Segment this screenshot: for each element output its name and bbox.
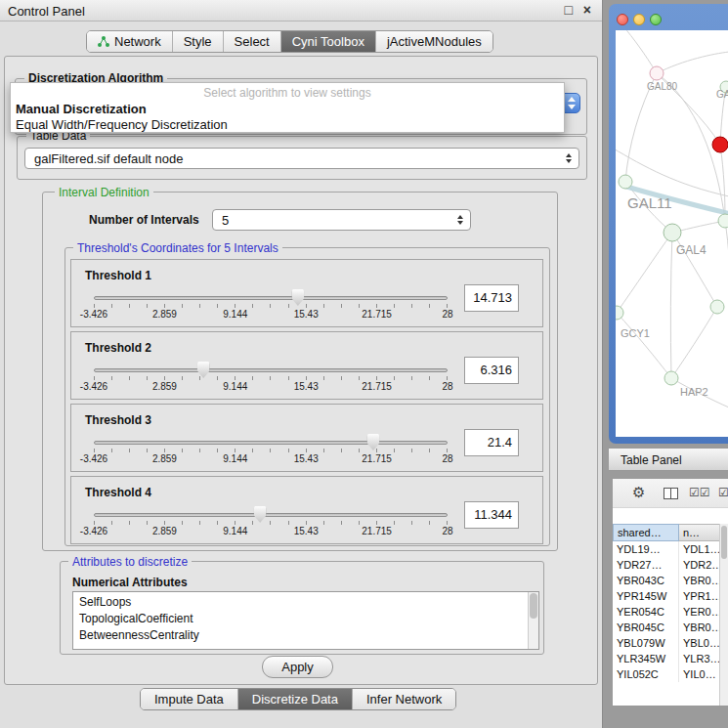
scale-label: 2.859: [152, 453, 177, 464]
control-panel: Control Panel □ × Network Style Select C…: [0, 0, 603, 728]
list-item[interactable]: SelfLoops: [73, 594, 538, 611]
network-node[interactable]: [718, 214, 728, 228]
scale-label: -3.426: [80, 526, 107, 536]
network-node[interactable]: [619, 175, 632, 189]
slider-track[interactable]: [94, 368, 448, 372]
scale-label: 15.43: [294, 526, 319, 536]
threshold-3-label: Threshold 3: [85, 413, 151, 427]
bottom-tabbar: Impute Data Discretize Data Infer Networ…: [140, 688, 456, 710]
scale-label: 28: [442, 381, 452, 392]
tab-select-label: Select: [235, 34, 270, 49]
list-item[interactable]: BetweennessCentrality: [73, 627, 538, 644]
threshold-1-label: Threshold 1: [85, 269, 151, 282]
table-row[interactable]: YBL079WYBL0…: [613, 635, 728, 651]
interval-definition-group: Interval Definition Number of Intervals …: [42, 192, 558, 551]
scrollbar-thumb[interactable]: [721, 526, 727, 559]
table-row[interactable]: YBR043CYBR0…: [613, 573, 728, 588]
table-panel-window: ⚙ ☑☑ ☑ shared… n… YDL19…YDL1… YDR27…YDR2…: [612, 478, 728, 707]
scale-label: 28: [442, 453, 452, 464]
numerical-attributes-list[interactable]: SelfLoops TopologicalCoefficient Between…: [72, 591, 539, 650]
attributes-group: Attributes to discretize Numerical Attri…: [60, 561, 544, 655]
tab-jactivemnodules[interactable]: jActiveMNodules: [375, 31, 492, 52]
network-icon: [98, 35, 109, 48]
threshold-2-value-field[interactable]: 6.316: [464, 357, 519, 384]
scale-label: 21.715: [362, 381, 392, 392]
threshold-panel-4: Threshold 4 -3.426 2.859 9.144 15.43 21.…: [70, 476, 543, 544]
cell-shared-name[interactable]: YIL052C: [613, 666, 679, 682]
cell-shared-name[interactable]: YER054C: [613, 604, 679, 620]
network-node[interactable]: [710, 300, 724, 314]
float-window-icon[interactable]: □: [565, 2, 573, 18]
tab-discretize-data[interactable]: Discretize Data: [237, 689, 352, 709]
apply-button[interactable]: Apply: [262, 656, 333, 678]
threshold-4-value-field[interactable]: 11.344: [464, 501, 519, 529]
attributes-scrollbar[interactable]: [528, 592, 538, 649]
number-of-intervals-select[interactable]: 5: [212, 209, 471, 231]
scale-label: -3.426: [80, 381, 107, 392]
cell-shared-name[interactable]: YLR345W: [613, 651, 679, 666]
menu-item-equal-width-frequency[interactable]: Equal Width/Frequency Discretization: [16, 117, 228, 132]
table-row[interactable]: YIL052CYIL0…: [613, 666, 728, 682]
cell-shared-name[interactable]: YBL079W: [613, 635, 679, 651]
tab-impute-data[interactable]: Impute Data: [141, 689, 237, 709]
scrollbar-thumb[interactable]: [530, 593, 537, 619]
threshold-1-value-field[interactable]: 14.713: [464, 284, 519, 312]
cell-shared-name[interactable]: YBR043C: [613, 573, 679, 588]
table-row[interactable]: YER054CYER0…: [613, 604, 728, 620]
list-item[interactable]: TopologicalCoefficient: [73, 611, 538, 627]
threshold-2-slider[interactable]: -3.426 2.859 9.144 15.43 21.715 28: [94, 360, 448, 399]
menu-item-manual-discretization[interactable]: Manual Discretization: [16, 102, 147, 116]
slider-track[interactable]: [94, 513, 448, 517]
network-node-selected[interactable]: [712, 137, 728, 152]
scale-label: 21.715: [362, 526, 392, 536]
threshold-4-slider[interactable]: -3.426 2.859 9.144 15.43 21.715 28: [94, 504, 448, 543]
node-label-gal80: GAL80: [647, 81, 677, 92]
slider-track[interactable]: [94, 441, 448, 445]
numerical-attributes-label: Numerical Attributes: [72, 576, 188, 589]
table-scrollbar[interactable]: [719, 524, 728, 706]
cell-shared-name[interactable]: YDR27…: [613, 557, 679, 573]
select-column-icon[interactable]: ☑: [718, 486, 728, 499]
slider-track[interactable]: [94, 296, 448, 300]
column-header-shared-name[interactable]: shared…: [613, 524, 679, 541]
tab-cyni-toolbox-label: Cyni Toolbox: [292, 34, 364, 49]
threshold-1-slider[interactable]: -3.426 2.859 9.144 15.43 21.715 28: [94, 287, 448, 326]
close-button[interactable]: [617, 14, 628, 25]
table-row[interactable]: YPR145WYPR1…: [613, 588, 728, 604]
slider-scale: -3.426 2.859 9.144 15.43 21.715 28: [94, 309, 448, 321]
tab-select[interactable]: Select: [223, 31, 280, 52]
slider-scale: -3.426 2.859 9.144 15.43 21.715 28: [94, 526, 448, 537]
zoom-button[interactable]: [650, 14, 662, 25]
table-row[interactable]: YBR045CYBR0…: [613, 620, 728, 635]
thresholds-group-label: Threshold's Coordinates for 5 Intervals: [73, 241, 282, 255]
table-row[interactable]: YDL19…YDL1…: [613, 541, 728, 557]
cell-shared-name[interactable]: YBR045C: [613, 620, 679, 635]
threshold-3-slider[interactable]: -3.426 2.859 9.144 15.43 21.715 28: [94, 432, 448, 471]
cyni-toolbox-panel: Discretization Algorithm Table Data galF…: [4, 56, 598, 685]
gear-icon[interactable]: ⚙: [632, 484, 645, 501]
node-label-hap2: HAP2: [680, 386, 708, 398]
network-node[interactable]: [664, 224, 681, 241]
table-row[interactable]: YDR27…YDR2…: [613, 557, 728, 573]
cell-shared-name[interactable]: YDL19…: [613, 541, 679, 557]
scale-label: -3.426: [80, 309, 107, 320]
network-node[interactable]: [664, 371, 678, 385]
network-node[interactable]: [650, 66, 664, 80]
scale-label: 15.43: [294, 453, 319, 464]
minimize-button[interactable]: [633, 14, 645, 25]
network-canvas[interactable]: GAL80 GAL11 GAL4 GCY1 HAP2 GA: [616, 30, 728, 437]
tab-infer-network[interactable]: Infer Network: [352, 689, 455, 709]
table-data-select[interactable]: galFiltered.sif default node: [24, 148, 579, 169]
select-all-columns-icon[interactable]: ☑☑: [689, 486, 710, 499]
network-node[interactable]: [616, 306, 623, 320]
table-row[interactable]: YLR345WYLR3…: [613, 651, 728, 666]
table-panel-titlebar: Table Panel: [609, 448, 728, 471]
close-panel-icon[interactable]: ×: [583, 2, 591, 18]
tab-network[interactable]: Network: [87, 31, 172, 52]
tab-cyni-toolbox[interactable]: Cyni Toolbox: [280, 31, 375, 52]
table-panel-title: Table Panel: [621, 453, 682, 467]
threshold-3-value-field[interactable]: 21.4: [464, 429, 519, 456]
cell-shared-name[interactable]: YPR145W: [613, 588, 679, 604]
columns-icon[interactable]: [664, 488, 678, 499]
tab-style[interactable]: Style: [172, 31, 223, 52]
